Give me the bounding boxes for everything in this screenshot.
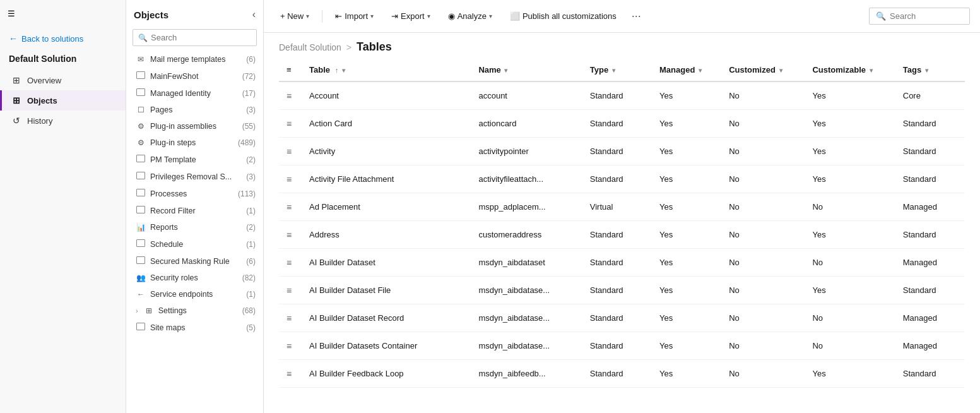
new-button-label: + New [280, 11, 304, 21]
row-customizable: Yes [805, 165, 895, 193]
objects-list-item[interactable]: Privileges Removal S... (3) [126, 168, 263, 185]
table-row: ≡ Address ⋮ customeraddress Standard Yes… [279, 221, 965, 249]
table-row: ≡ Ad Placement ⋮ mspp_adplacem... Virtua… [279, 193, 965, 221]
back-to-solutions-link[interactable]: ← Back to solutions [0, 27, 126, 50]
table-name-link[interactable]: Account [309, 91, 339, 100]
row-table-name[interactable]: AI Builder Dataset [302, 249, 440, 277]
objects-list-item[interactable]: PM Template (2) [126, 151, 263, 168]
sidebar-item-objects[interactable]: ⊞ Objects [0, 90, 126, 111]
row-table-name[interactable]: Address [302, 221, 440, 249]
table-name-link[interactable]: Activity [309, 147, 335, 156]
row-managed: Yes [652, 165, 721, 193]
table-name-link[interactable]: AI Builder Dataset Record [309, 313, 404, 323]
table-row: ≡ AI Builder Dataset Record ⋮ msdyn_aibd… [279, 304, 965, 332]
row-tags: Managed [895, 193, 965, 221]
objects-item-count: (82) [242, 273, 256, 282]
objects-item-icon: ⊞ [144, 306, 154, 315]
objects-list-item[interactable]: ⚙ Plug-in steps (489) [126, 135, 263, 151]
objects-list-item[interactable]: Managed Identity (17) [126, 85, 263, 102]
objects-item-icon: ✉ [136, 55, 146, 64]
collapse-panel-button[interactable]: ‹ [252, 9, 256, 20]
objects-item-count: (6) [246, 55, 256, 64]
table-name-link[interactable]: Activity File Attachment [309, 174, 394, 184]
objects-list-item[interactable]: Secured Masking Rule (6) [126, 253, 263, 270]
objects-item-label: Record Filter [150, 206, 242, 215]
table-name-link[interactable]: Ad Placement [309, 202, 360, 212]
row-table-name[interactable]: Activity File Attachment [302, 165, 440, 193]
col-select-all[interactable]: ≡ [279, 59, 302, 81]
objects-list-item[interactable]: 👥 Security roles (82) [126, 270, 263, 286]
row-more-cell: ⋮ [440, 332, 471, 360]
hamburger-icon[interactable]: ☰ [8, 9, 15, 18]
row-table-name[interactable]: Ad Placement [302, 193, 440, 221]
row-checkbox-cell: ≡ [279, 332, 302, 360]
table-row: ≡ AI Builder Feedback Loop ⋮ msdyn_aibfe… [279, 360, 965, 388]
objects-list-item[interactable]: MainFewShot (72) [126, 68, 263, 85]
sidebar-item-overview[interactable]: ⊞ Overview [0, 70, 126, 90]
row-table-name[interactable]: AI Builder Dataset Record [302, 304, 440, 332]
objects-list-item[interactable]: 📊 Reports (2) [126, 219, 263, 236]
row-table-name[interactable]: Activity [302, 138, 440, 165]
col-name[interactable]: Name ▾ [471, 59, 582, 81]
sidebar-item-history[interactable]: ↺ History [0, 111, 126, 131]
objects-item-label: Reports [150, 223, 242, 232]
table-name-link[interactable]: AI Builder Datasets Container [309, 341, 417, 350]
publish-button[interactable]: ⬜ Publish all customizations [504, 8, 623, 24]
objects-list-item[interactable]: ⚙ Plug-in assemblies (55) [126, 118, 263, 135]
col-tags[interactable]: Tags ▾ [895, 59, 965, 81]
objects-list-item[interactable]: Schedule (1) [126, 236, 263, 253]
col-customized[interactable]: Customized ▾ [721, 59, 805, 81]
table-name-link[interactable]: Action Card [309, 119, 352, 128]
row-table-name[interactable]: AI Builder Feedback Loop [302, 360, 440, 388]
table-name-link[interactable]: Address [309, 230, 339, 239]
row-logical-name: customeraddress [471, 221, 582, 249]
toolbar-more-icon[interactable]: ··· [628, 8, 645, 24]
row-customizable: No [805, 193, 895, 221]
toolbar-search-box[interactable]: 🔍 [869, 8, 970, 25]
row-checkbox-cell: ≡ [279, 193, 302, 221]
breadcrumb-parent[interactable]: Default Solution [279, 42, 341, 52]
objects-item-count: (3) [246, 172, 256, 181]
table-icon: ≡ [286, 313, 292, 323]
objects-list-item[interactable]: ← Service endpoints (1) [126, 286, 263, 302]
objects-item-count: (55) [242, 122, 256, 131]
row-table-name[interactable]: AI Builder Datasets Container [302, 332, 440, 360]
analyze-button[interactable]: ◉ Analyze ▾ [442, 8, 499, 24]
objects-item-count: (489) [238, 138, 256, 147]
row-table-name[interactable]: AI Builder Dataset File [302, 277, 440, 304]
col-managed[interactable]: Managed ▾ [652, 59, 721, 81]
toolbar-search-input[interactable] [890, 11, 953, 21]
objects-list-item[interactable]: › ⊞ Settings (68) [126, 302, 263, 319]
table-name-link[interactable]: AI Builder Feedback Loop [309, 369, 404, 378]
export-button[interactable]: ⇥ Export ▾ [385, 8, 437, 24]
row-table-name[interactable]: Account [302, 81, 440, 110]
breadcrumb: Default Solution > Tables [264, 33, 980, 59]
row-checkbox-cell: ≡ [279, 221, 302, 249]
row-tags: Standard [895, 221, 965, 249]
row-managed: Yes [652, 277, 721, 304]
objects-list-item[interactable]: Site maps (5) [126, 319, 263, 336]
row-customizable: Yes [805, 360, 895, 388]
objects-list-item[interactable]: ✉ Mail merge templates (6) [126, 51, 263, 68]
objects-list-item[interactable]: ☐ Pages (3) [126, 102, 263, 118]
table-header: ≡ Table ↑ ▾ Name ▾ Type ▾ [279, 59, 965, 81]
col-table[interactable]: Table ↑ ▾ [302, 59, 440, 81]
import-button[interactable]: ⇤ Import ▾ [329, 8, 380, 24]
objects-list-item[interactable]: Record Filter (1) [126, 202, 263, 219]
row-customizable: No [805, 332, 895, 360]
objects-search-box[interactable]: 🔍 [133, 29, 257, 46]
table-name-link[interactable]: AI Builder Dataset File [309, 285, 391, 295]
row-table-name[interactable]: Action Card [302, 110, 440, 138]
table-name-link[interactable]: AI Builder Dataset [309, 258, 375, 267]
objects-item-count: (3) [246, 105, 256, 114]
new-button[interactable]: + New ▾ [274, 8, 316, 24]
table-row: ≡ AI Builder Dataset ⋮ msdyn_aibdataset … [279, 249, 965, 277]
row-tags: Standard [895, 277, 965, 304]
col-customizable[interactable]: Customizable ▾ [805, 59, 895, 81]
col-type[interactable]: Type ▾ [582, 59, 652, 81]
objects-item-label: Site maps [150, 323, 242, 332]
objects-item-icon [136, 323, 146, 332]
objects-list-item[interactable]: Processes (113) [126, 185, 263, 202]
row-logical-name: activitypointer [471, 138, 582, 165]
objects-search-input[interactable] [151, 33, 251, 42]
